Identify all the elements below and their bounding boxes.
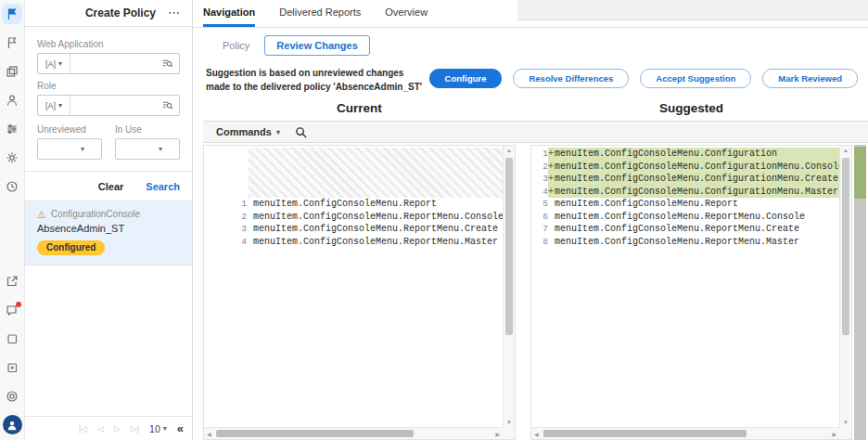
diff-line[interactable]: 8 menuItem.ConfigConsoleMenu.ReportMenu.…: [531, 236, 839, 249]
web-application-input-group: [A] ▾: [37, 53, 180, 74]
commands-menu[interactable]: Commands ▾: [216, 126, 280, 137]
top-tab[interactable]: Overview: [385, 6, 428, 27]
diff-marker: [548, 211, 555, 224]
in-use-label: In Use: [115, 124, 180, 135]
diff-marker: +: [548, 148, 555, 161]
web-application-input[interactable]: [70, 54, 156, 73]
line-number: 7: [531, 223, 548, 236]
action-button[interactable]: Resolve Differences: [513, 69, 629, 88]
scroll-down-icon[interactable]: ▼: [840, 420, 851, 425]
icon-rail: [0, 0, 25, 440]
panel-gap: [516, 145, 530, 440]
action-button[interactable]: Mark Reviewed: [762, 69, 858, 88]
diff-line[interactable]: 1 menuItem.ConfigConsoleMenu.Report: [204, 198, 503, 211]
scroll-thumb[interactable]: [216, 430, 414, 437]
diff-line[interactable]: 6 menuItem.ConfigConsoleMenu.ReportMenu.…: [531, 211, 839, 224]
scroll-left-icon[interactable]: ◀: [534, 428, 539, 439]
window-add-icon[interactable]: [2, 357, 22, 378]
action-button[interactable]: Accept Suggestion: [640, 69, 751, 88]
suggested-horizontal-scrollbar[interactable]: ◀ ▶: [531, 427, 839, 439]
gear-icon[interactable]: [2, 148, 22, 168]
search-button[interactable]: Search: [146, 181, 180, 192]
unreviewed-select[interactable]: ▾: [37, 138, 102, 160]
in-use-select[interactable]: ▾: [115, 138, 180, 160]
diff-line[interactable]: 7 menuItem.ConfigConsoleMenu.ReportMenu.…: [531, 223, 839, 236]
window-icon[interactable]: [2, 329, 22, 349]
removed-placeholder-block: [249, 148, 503, 198]
caret-down-icon: ▾: [81, 145, 84, 153]
last-page-button[interactable]: ▷|: [131, 424, 139, 434]
suggested-vertical-scrollbar[interactable]: ▲ ▼: [839, 146, 851, 427]
scroll-right-icon[interactable]: ▶: [495, 428, 500, 439]
diff-marker: [247, 223, 253, 236]
user-avatar[interactable]: [3, 415, 22, 434]
scroll-thumb[interactable]: [543, 430, 747, 437]
diff-line[interactable]: 2 menuItem.ConfigConsoleMenu.ReportMenu.…: [204, 211, 503, 224]
line-number: 4: [531, 186, 548, 199]
role-type-select[interactable]: [A] ▾: [38, 96, 70, 115]
top-tab[interactable]: Delivered Reports: [279, 6, 361, 27]
diff-line[interactable]: 2 +menuItem.ConfigConsoleMenu.Configurat…: [531, 161, 839, 174]
current-vertical-scrollbar[interactable]: ▲ ▼: [503, 146, 515, 427]
diff-line[interactable]: 4 +menuItem.ConfigConsoleMenu.Configurat…: [531, 186, 839, 199]
sub-tab[interactable]: Review Changes: [264, 35, 369, 56]
pagination-bar: |◁ ◁ ▷ ▷| 10 ▾ «: [25, 416, 192, 440]
sliders-icon[interactable]: [2, 119, 22, 139]
scroll-right-icon[interactable]: ▶: [832, 428, 836, 439]
collapse-panel-button[interactable]: «: [177, 421, 184, 435]
policy-result-item[interactable]: ⚠ ConfigurationConsole AbsenceAdmin_ST C…: [25, 201, 192, 265]
line-number: 1: [531, 148, 548, 161]
result-type-label: ConfigurationConsole: [51, 209, 140, 219]
top-tab[interactable]: Navigation: [203, 6, 255, 27]
scroll-thumb[interactable]: [505, 158, 513, 335]
code-text: menuItem.ConfigConsoleMenu.ReportMenu.Cr…: [253, 223, 498, 236]
help-rings-icon[interactable]: [2, 386, 22, 407]
scroll-thumb[interactable]: [842, 158, 849, 335]
flag-outline-icon[interactable]: [2, 32, 22, 53]
scroll-up-icon[interactable]: ▲: [504, 148, 515, 153]
caret-down-icon: ▾: [163, 424, 167, 433]
diff-line[interactable]: 4 menuItem.ConfigConsoleMenu.ReportMenu.…: [204, 236, 503, 249]
caret-down-icon: ▾: [276, 128, 280, 136]
code-text: menuItem.ConfigConsoleMenu.ReportMenu.Ma…: [253, 236, 498, 249]
scroll-down-icon[interactable]: ▼: [504, 420, 515, 425]
diff-headings: Current Suggested: [193, 94, 868, 121]
filtered-search-icon[interactable]: [156, 99, 179, 111]
action-button[interactable]: Configure: [429, 69, 503, 88]
suggested-code-area[interactable]: 1 +menuItem.ConfigConsoleMenu.Configurat…: [531, 146, 839, 427]
suggestion-text: Suggestion is based on unreviewed change…: [206, 67, 429, 94]
suggested-lines: 1 +menuItem.ConfigConsoleMenu.Configurat…: [531, 148, 839, 248]
diff-marker: [548, 223, 555, 236]
suggested-diff-panel: 1 +menuItem.ConfigConsoleMenu.Configurat…: [530, 145, 852, 440]
next-page-button[interactable]: ▷: [114, 424, 121, 434]
search-icon[interactable]: [295, 126, 307, 138]
diff-line[interactable]: 1 +menuItem.ConfigConsoleMenu.Configurat…: [531, 148, 839, 161]
caret-down-icon: ▾: [58, 59, 62, 68]
filtered-search-icon[interactable]: [156, 58, 179, 70]
flag-icon[interactable]: [2, 4, 22, 24]
search-fields: Web Application [A] ▾ Role [A] ▾: [25, 27, 192, 160]
prev-page-button[interactable]: ◁: [97, 424, 104, 434]
current-code-area[interactable]: 1 menuItem.ConfigConsoleMenu.Report 2 me…: [204, 146, 503, 427]
history-clock-icon[interactable]: [2, 176, 22, 197]
diff-overview-ruler[interactable]: [854, 145, 866, 440]
more-options-icon[interactable]: ⋯: [168, 8, 181, 18]
copy-pages-icon[interactable]: [2, 61, 22, 82]
clear-button[interactable]: Clear: [98, 181, 124, 192]
page-size-select[interactable]: 10 ▾: [149, 423, 167, 434]
web-application-type-select[interactable]: [A] ▾: [38, 54, 70, 73]
scroll-up-icon[interactable]: ▲: [840, 148, 851, 153]
first-page-button[interactable]: |◁: [79, 424, 87, 434]
current-horizontal-scrollbar[interactable]: ◀ ▶: [204, 427, 503, 439]
diff-marker: [548, 198, 555, 211]
sub-tab[interactable]: Policy: [221, 36, 251, 55]
scroll-left-icon[interactable]: ◀: [207, 428, 211, 439]
diff-line[interactable]: 5 menuItem.ConfigConsoleMenu.Report: [531, 198, 839, 211]
diff-line[interactable]: 3 +menuItem.ConfigConsoleMenu.Configurat…: [531, 173, 839, 186]
chat-notification-icon[interactable]: [2, 300, 22, 320]
role-input[interactable]: [70, 96, 156, 115]
panel-header: Create Policy ⋯: [25, 0, 192, 27]
share-export-icon[interactable]: [2, 271, 22, 291]
person-icon[interactable]: [2, 90, 22, 110]
diff-line[interactable]: 3 menuItem.ConfigConsoleMenu.ReportMenu.…: [204, 223, 503, 236]
